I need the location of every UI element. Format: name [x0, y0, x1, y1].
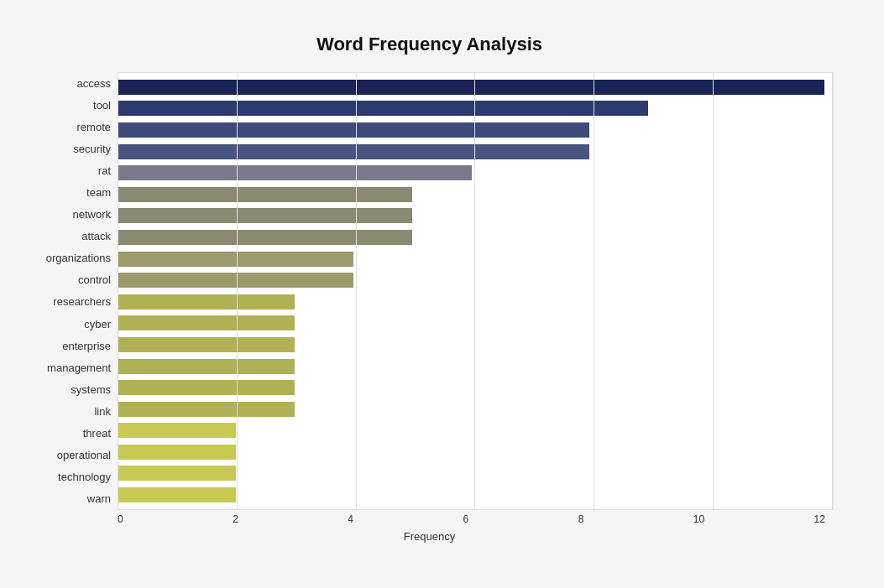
- x-axis-wrapper: 024681012 Frequency: [25, 510, 834, 543]
- bar-row: [118, 78, 824, 96]
- bar-row: [118, 271, 824, 289]
- y-label: researchers: [53, 296, 111, 307]
- bar: [118, 208, 412, 223]
- x-tick-label: 10: [693, 513, 704, 525]
- chart-area: accesstoolremotesecurityratteamnetworkat…: [25, 72, 834, 543]
- bar-row: [118, 228, 824, 247]
- bar-row: [118, 250, 824, 268]
- y-label: operational: [57, 450, 111, 461]
- x-tick-label: 8: [578, 513, 584, 525]
- bar: [118, 423, 236, 438]
- bar: [118, 80, 824, 95]
- x-axis-labels: 024681012: [118, 513, 834, 525]
- bar: [118, 402, 295, 417]
- bar: [118, 101, 648, 116]
- y-label: technology: [58, 471, 111, 482]
- bar-row: [118, 421, 824, 440]
- x-tick-label: 6: [463, 513, 468, 525]
- y-label: access: [77, 78, 111, 89]
- bar: [118, 315, 295, 330]
- y-label: tool: [93, 100, 111, 111]
- chart-title: Word Frequency Analysis: [25, 34, 834, 55]
- bar-row: [118, 443, 824, 461]
- y-label: control: [78, 274, 111, 285]
- bar: [118, 487, 236, 502]
- y-label: warn: [87, 493, 111, 504]
- bar-row: [118, 206, 824, 225]
- bar-row: [118, 357, 824, 376]
- y-label: network: [72, 209, 111, 220]
- bars-plot: [118, 72, 834, 510]
- bar: [118, 230, 412, 245]
- x-axis-title: Frequency: [25, 530, 834, 543]
- y-label: threat: [83, 428, 111, 439]
- bar: [118, 187, 412, 202]
- bar: [118, 144, 589, 159]
- x-tick-label: 0: [118, 513, 123, 525]
- bar-row: [118, 378, 824, 397]
- y-label: rat: [98, 165, 111, 176]
- y-label: link: [94, 406, 111, 417]
- bar-row: [118, 464, 824, 482]
- bar-row: [118, 314, 824, 332]
- y-label: remote: [77, 122, 111, 133]
- y-label: security: [73, 143, 111, 154]
- y-label: enterprise: [62, 341, 111, 351]
- bar-row: [118, 336, 824, 354]
- x-tick-label: 12: [814, 513, 825, 525]
- bar: [118, 273, 353, 288]
- bar: [118, 337, 295, 352]
- y-label: systems: [71, 384, 111, 395]
- x-axis-spacer: [25, 513, 118, 525]
- bar: [118, 122, 589, 138]
- x-tick-label: 2: [233, 513, 238, 525]
- bar: [118, 359, 295, 374]
- bar: [118, 445, 236, 460]
- bar: [118, 165, 472, 180]
- y-label: team: [86, 187, 111, 198]
- bar-row: [118, 185, 824, 204]
- bar-row: [118, 400, 824, 419]
- bar: [118, 380, 295, 395]
- bar-row: [118, 486, 824, 504]
- bars-section: accesstoolremotesecurityratteamnetworkat…: [25, 72, 834, 510]
- bar-row: [118, 164, 824, 182]
- x-tick-label: 4: [348, 513, 353, 525]
- y-label: organizations: [46, 252, 111, 263]
- bar-row: [118, 143, 824, 161]
- x-axis-section: 024681012: [25, 513, 834, 525]
- bar-row: [118, 293, 824, 311]
- y-label: management: [47, 362, 111, 373]
- bar-row: [118, 99, 824, 117]
- bar: [118, 294, 295, 310]
- y-label: attack: [81, 231, 111, 242]
- y-label: cyber: [84, 319, 111, 330]
- bar: [118, 252, 353, 267]
- y-labels: accesstoolremotesecurityratteamnetworkat…: [25, 72, 118, 510]
- bar: [118, 466, 236, 481]
- bar-row: [118, 121, 824, 139]
- chart-container: Word Frequency Analysis accesstoolremote…: [17, 17, 867, 588]
